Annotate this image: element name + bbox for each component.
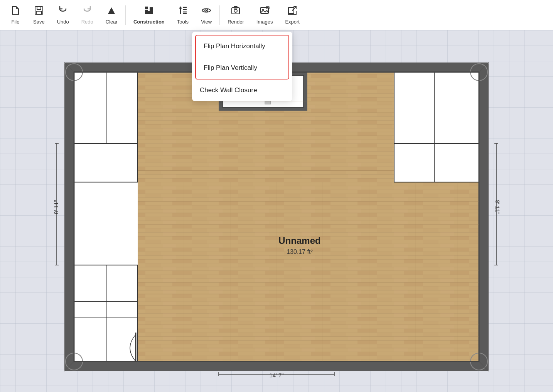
construction-icon bbox=[143, 5, 154, 17]
undo-icon bbox=[57, 5, 68, 17]
save-label: Save bbox=[33, 19, 45, 25]
redo-icon bbox=[82, 5, 93, 17]
file-icon bbox=[10, 5, 21, 17]
dropdown-bordered-section: Flip Plan Horizontally Flip Plan Vertica… bbox=[195, 35, 289, 79]
images-icon bbox=[259, 5, 270, 17]
flip-vertical-item[interactable]: Flip Plan Vertically bbox=[196, 57, 288, 79]
redo-label: Redo bbox=[81, 19, 93, 25]
toolbar-item-view[interactable]: View bbox=[195, 2, 218, 28]
save-icon bbox=[34, 5, 44, 17]
construction-label: Construction bbox=[133, 19, 165, 25]
divider-1 bbox=[125, 5, 126, 25]
view-icon bbox=[201, 5, 212, 17]
clear-label: Clear bbox=[106, 19, 118, 25]
toolbar: File Save Undo Redo bbox=[0, 0, 553, 30]
toolbar-item-images[interactable]: Images bbox=[250, 2, 279, 28]
clear-icon bbox=[106, 5, 117, 17]
dim-left-label: 8' 11" bbox=[53, 200, 59, 214]
toolbar-item-render[interactable]: Render bbox=[221, 2, 250, 28]
render-icon bbox=[230, 5, 241, 17]
toolbar-item-undo[interactable]: Undo bbox=[51, 2, 75, 28]
svg-rect-16 bbox=[288, 7, 294, 14]
dim-bottom-label: 14' 7" bbox=[269, 372, 283, 378]
tools-label: Tools bbox=[177, 19, 189, 25]
undo-label: Undo bbox=[57, 19, 69, 25]
dim-right-label: 8' 11" bbox=[494, 200, 500, 214]
tools-icon bbox=[177, 5, 188, 17]
svg-point-9 bbox=[206, 10, 207, 11]
svg-rect-3 bbox=[145, 10, 148, 14]
flip-horizontal-item[interactable]: Flip Plan Horizontally bbox=[196, 35, 288, 57]
svg-rect-2 bbox=[36, 11, 42, 14]
svg-rect-40 bbox=[74, 72, 138, 182]
svg-rect-41 bbox=[74, 265, 138, 362]
svg-rect-55 bbox=[265, 101, 271, 104]
floorplan: 8' 11" 8' 11" 14' 7" Unnamed 130.17 ft² bbox=[53, 55, 500, 380]
export-icon bbox=[287, 5, 298, 17]
view-label: View bbox=[201, 19, 212, 25]
file-label: File bbox=[12, 19, 20, 25]
svg-rect-4 bbox=[150, 7, 153, 14]
toolbar-item-export[interactable]: Export bbox=[279, 2, 306, 28]
toolbar-item-file[interactable]: File bbox=[4, 2, 27, 28]
svg-rect-10 bbox=[232, 8, 239, 14]
svg-rect-7 bbox=[183, 9, 187, 10]
dropdown-menu: Flip Plan Horizontally Flip Plan Vertica… bbox=[192, 32, 292, 101]
export-label: Export bbox=[285, 19, 300, 25]
svg-rect-42 bbox=[394, 72, 479, 182]
room-area: 130.17 ft² bbox=[287, 248, 313, 255]
render-label: Render bbox=[228, 19, 244, 25]
toolbar-item-save[interactable]: Save bbox=[27, 2, 51, 28]
images-label: Images bbox=[256, 19, 273, 25]
svg-rect-5 bbox=[145, 7, 148, 9]
svg-rect-6 bbox=[148, 11, 150, 14]
svg-rect-1 bbox=[37, 7, 41, 10]
svg-point-11 bbox=[234, 9, 237, 12]
room-name: Unnamed bbox=[278, 235, 320, 246]
toolbar-item-construction[interactable]: Construction bbox=[127, 2, 171, 28]
toolbar-item-redo[interactable]: Redo bbox=[75, 2, 99, 28]
divider-2 bbox=[219, 5, 220, 25]
toolbar-item-tools[interactable]: Tools bbox=[171, 2, 195, 28]
toolbar-item-clear[interactable]: Clear bbox=[99, 2, 124, 28]
check-wall-closure-item[interactable]: Check Wall Closure bbox=[192, 79, 292, 101]
